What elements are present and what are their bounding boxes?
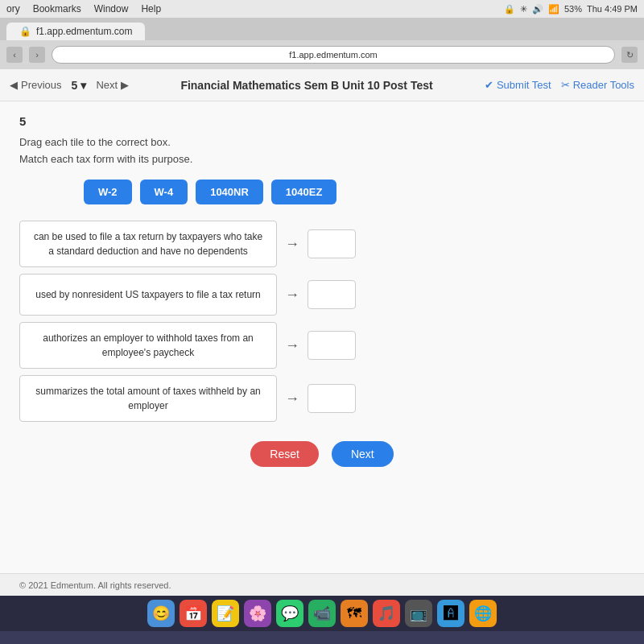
reader-tools-label: Reader Tools [573, 79, 634, 91]
match-row-2: used by nonresident US taxpayers to file… [19, 274, 625, 316]
volume-icon: 🔊 [532, 4, 543, 14]
dock-appstore[interactable]: 🅰 [437, 600, 464, 627]
browser-toolbar: ‹ › ↻ [0, 40, 644, 69]
description-4: summarizes the total amount of taxes wit… [19, 375, 277, 422]
arrow-1: → [285, 236, 299, 253]
lock-icon: 🔒 [504, 4, 515, 14]
footer: © 2021 Edmentum. All rights reserved. [0, 573, 644, 596]
drop-box-3[interactable] [308, 331, 356, 360]
dock-photos[interactable]: 🌸 [244, 600, 271, 627]
action-buttons: Reset Next [19, 441, 625, 467]
test-title: Financial Mathematics Sem B Unit 10 Post… [138, 79, 475, 92]
dock-facetime[interactable]: 📹 [308, 600, 336, 627]
description-3: authorizes an employer to withhold taxes… [19, 322, 277, 369]
match-instruction: Match each tax form with its purpose. [19, 153, 625, 165]
tab-url: f1.app.edmentum.com [36, 26, 132, 37]
tab-lock-icon: 🔒 [19, 26, 31, 37]
menu-item-bookmarks[interactable]: Bookmarks [33, 3, 81, 14]
dock-finder[interactable]: 😊 [147, 600, 175, 627]
dock-chrome[interactable]: 🌐 [469, 600, 497, 627]
tile-1040ez[interactable]: 1040EZ [271, 180, 337, 204]
back-button[interactable]: ‹ [6, 47, 23, 63]
app-header: ◀ Previous 5 ▾ Next ▶ Financial Mathemat… [0, 69, 644, 101]
refresh-button[interactable]: ↻ [621, 47, 638, 63]
previous-button[interactable]: ◀ Previous [10, 79, 62, 91]
prev-arrow-icon: ◀ [10, 79, 18, 91]
forward-button[interactable]: › [29, 47, 45, 63]
drop-box-4[interactable] [308, 384, 356, 413]
arrow-4: → [285, 390, 299, 407]
reader-tools-button[interactable]: ✂ Reader Tools [561, 79, 634, 91]
reset-button[interactable]: Reset [250, 441, 319, 467]
dropdown-icon: ▾ [80, 79, 86, 92]
dock-label: MacBook Air [0, 631, 644, 644]
next-nav-label: Next [96, 79, 118, 91]
battery-status: 53% [564, 4, 582, 14]
copyright-text: © 2021 Edmentum. All rights reserved. [19, 580, 171, 590]
reader-tools-icon: ✂ [561, 79, 570, 91]
drag-instruction: Drag each tile to the correct box. [19, 136, 625, 148]
submit-check-icon: ✔ [485, 79, 493, 91]
dock-calendar[interactable]: 📅 [180, 600, 207, 627]
drop-box-2[interactable] [308, 280, 356, 309]
dock-messages[interactable]: 💬 [276, 600, 303, 627]
match-row-4: summarizes the total amount of taxes wit… [19, 375, 625, 422]
next-nav-button[interactable]: Next ▶ [96, 79, 129, 91]
tile-w2[interactable]: W-2 [84, 180, 132, 204]
menu-bar: ory Bookmarks Window Help 🔒 ✳ 🔊 📶 53% Th… [0, 0, 644, 18]
datetime: Thu 4:49 PM [587, 4, 638, 14]
arrow-3: → [285, 337, 299, 354]
question-number-selector[interactable]: 5 ▾ [72, 79, 87, 92]
dock-bar: 😊 📅 📝 🌸 💬 📹 🗺 🎵 📺 🅰 🌐 [0, 596, 644, 631]
menu-item-window[interactable]: Window [94, 3, 129, 14]
tile-w4[interactable]: W-4 [140, 180, 188, 204]
menu-item-help[interactable]: Help [141, 3, 161, 14]
previous-label: Previous [21, 79, 62, 91]
browser-tabs: 🔒 f1.app.edmentum.com [0, 18, 644, 40]
tile-1040nr[interactable]: 1040NR [196, 180, 263, 204]
dock-maps[interactable]: 🗺 [341, 600, 368, 627]
submit-label: Submit Test [497, 79, 551, 91]
next-button[interactable]: Next [332, 441, 394, 467]
wifi-icon: 📶 [548, 4, 559, 14]
dock-notes[interactable]: 📝 [212, 600, 239, 627]
match-row-3: authorizes an employer to withhold taxes… [19, 322, 625, 369]
next-arrow-icon: ▶ [121, 79, 129, 91]
address-bar[interactable] [52, 46, 615, 64]
menu-bar-right: 🔒 ✳ 🔊 📶 53% Thu 4:49 PM [504, 4, 638, 14]
question-number-display: 5 [19, 114, 625, 128]
arrow-2: → [285, 287, 299, 303]
description-1: can be used to file a tax return by taxp… [19, 221, 277, 267]
submit-test-button[interactable]: ✔ Submit Test [485, 79, 551, 91]
description-2: used by nonresident US taxpayers to file… [19, 274, 277, 316]
dock-music[interactable]: 🎵 [373, 600, 400, 627]
bluetooth-icon: ✳ [520, 4, 527, 14]
tiles-container: W-2 W-4 1040NR 1040EZ [19, 180, 625, 204]
match-rows-container: can be used to file a tax return by taxp… [19, 221, 625, 422]
active-tab[interactable]: 🔒 f1.app.edmentum.com [6, 23, 145, 40]
menu-item-history[interactable]: ory [6, 3, 20, 14]
match-row-1: can be used to file a tax return by taxp… [19, 221, 625, 267]
dock-tv[interactable]: 📺 [405, 600, 432, 627]
current-question: 5 [72, 79, 78, 92]
drop-box-1[interactable] [308, 229, 356, 258]
main-content: 5 Drag each tile to the correct box. Mat… [0, 101, 644, 573]
